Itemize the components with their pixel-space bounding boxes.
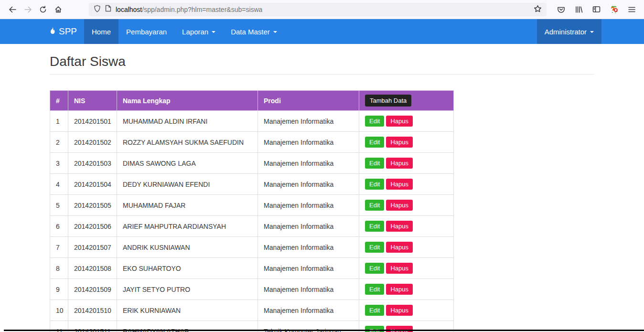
add-data-button[interactable]: Tambah Data (365, 95, 411, 107)
table-row: 9 2014201509 JAYIT SETYO PUTRO Manajemen… (50, 279, 454, 300)
hamburger-icon (628, 6, 636, 13)
cell-no: 5 (50, 195, 68, 216)
reload-button[interactable] (35, 3, 51, 16)
table-row: 1 2014201501 MUHAMMAD ALDIN IRFANI Manaj… (50, 111, 454, 132)
cell-nis: 2014201505 (68, 195, 117, 216)
page-content: Daftar Siswa # NIS Nama Lengkap Prodi Ta… (43, 54, 601, 332)
cell-no: 1 (50, 111, 68, 132)
pocket-icon (557, 6, 565, 13)
delete-button[interactable]: Hapus (386, 200, 413, 211)
edit-button[interactable]: Edit (365, 242, 384, 253)
bottom-edge-bar (4, 330, 644, 331)
cell-nis: 2014201510 (68, 300, 117, 321)
forward-button[interactable] (20, 3, 35, 16)
cell-nama: DEDY KURNIAWAN EFENDI (117, 174, 258, 195)
user-menu-administrator[interactable]: Administrator (537, 19, 601, 44)
table-row: 2 2014201502 ROZZY ALAMSYAH SUKMA SAEFUD… (50, 132, 454, 153)
url-text[interactable]: localhost/spp/admin.php?hlm=master&sub=s… (116, 6, 262, 13)
cell-prodi: Manajemen Informatika (258, 111, 359, 132)
delete-button[interactable]: Hapus (386, 263, 413, 274)
home-button[interactable] (51, 3, 66, 16)
table-row: 3 2014201503 DIMAS SAWONG LAGA Manajemen… (50, 153, 454, 174)
reload-icon (39, 6, 47, 13)
nav-item-laporan[interactable]: Laporan (174, 19, 223, 44)
back-icon (9, 6, 17, 13)
cell-no: 3 (50, 153, 68, 174)
cell-nis: 2014201509 (68, 279, 117, 300)
delete-button[interactable]: Hapus (386, 326, 413, 332)
chevron-down-icon (590, 31, 594, 33)
menu-button[interactable] (624, 3, 639, 16)
library-button[interactable] (571, 3, 586, 16)
extension-icon-button[interactable] (606, 3, 622, 16)
cell-nama: ERIK KURNIAWAN (117, 300, 258, 321)
edit-button[interactable]: Edit (365, 116, 384, 127)
cell-nis: 2014201506 (68, 216, 117, 237)
page-info-icon[interactable] (105, 5, 111, 14)
cell-nama: EKO SUHARTOYO (117, 258, 258, 279)
delete-button[interactable]: Hapus (386, 116, 413, 127)
cell-nis: 2014201501 (68, 111, 117, 132)
back-button[interactable] (5, 3, 20, 16)
cell-nama: DIMAS SAWONG LAGA (117, 153, 258, 174)
delete-button[interactable]: Hapus (386, 221, 413, 232)
delete-button[interactable]: Hapus (386, 242, 413, 253)
sidebar-toggle-button[interactable] (589, 3, 604, 16)
toolbar-right (553, 3, 639, 16)
url-path: /spp/admin.php?hlm=master&sub=siswa (142, 6, 262, 13)
cell-actions: EditHapus (359, 153, 454, 174)
pocket-button[interactable] (553, 3, 569, 16)
user-menu-label: Administrator (545, 28, 587, 36)
cell-actions: EditHapus (359, 258, 454, 279)
title-divider (50, 74, 594, 75)
header-no: # (50, 91, 68, 111)
library-icon (575, 6, 583, 13)
edit-button[interactable]: Edit (365, 137, 384, 148)
delete-button[interactable]: Hapus (386, 158, 413, 169)
header-nis: NIS (68, 91, 117, 111)
cell-nama: MUHAMMAD FAJAR (117, 195, 258, 216)
cell-prodi: Manajemen Informatika (258, 279, 359, 300)
delete-button[interactable]: Hapus (386, 284, 413, 295)
cell-prodi: Manajemen Informatika (258, 195, 359, 216)
edit-button[interactable]: Edit (365, 284, 384, 295)
delete-button[interactable]: Hapus (386, 179, 413, 190)
nav-item-pembayaran[interactable]: Pembayaran (118, 19, 174, 44)
table-row: 6 2014201506 ARIEF MAHPUTRA ARDIANSYAH M… (50, 216, 454, 237)
header-actions: Tambah Data (359, 91, 454, 111)
edit-button[interactable]: Edit (365, 305, 384, 316)
nav-item-label: Laporan (182, 28, 208, 36)
cell-nis: 2014201502 (68, 132, 117, 153)
page-title: Daftar Siswa (50, 54, 594, 69)
delete-button[interactable]: Hapus (386, 305, 413, 316)
nav-item-data-master[interactable]: Data Master (223, 19, 285, 44)
extension-icon (610, 6, 618, 13)
cell-no: 9 (50, 279, 68, 300)
edit-button[interactable]: Edit (365, 158, 384, 169)
bookmark-star-icon[interactable] (534, 5, 542, 14)
delete-button[interactable]: Hapus (386, 137, 413, 148)
sidebar-icon (592, 6, 601, 13)
brand-link[interactable]: SPP (43, 19, 84, 44)
edit-button[interactable]: Edit (365, 179, 384, 190)
edit-button[interactable]: Edit (365, 221, 384, 232)
nav-item-label: Data Master (231, 28, 270, 36)
cell-actions: EditHapus (359, 300, 454, 321)
header-prodi: Prodi (258, 91, 359, 111)
nav-item-label: Home (92, 28, 111, 36)
nav-item-home[interactable]: Home (84, 19, 118, 44)
table-row: 5 2014201505 MUHAMMAD FAJAR Manajemen In… (50, 195, 454, 216)
url-host: localhost (116, 6, 142, 13)
edit-button[interactable]: Edit (365, 200, 384, 211)
edit-button[interactable]: Edit (365, 326, 384, 332)
url-bar[interactable]: localhost/spp/admin.php?hlm=master&sub=s… (89, 3, 547, 16)
shield-icon[interactable] (94, 5, 101, 14)
cell-actions: EditHapus (359, 237, 454, 258)
header-nama: Nama Lengkap (117, 91, 258, 111)
cell-nis: 2014201504 (68, 174, 117, 195)
home-icon (54, 6, 62, 13)
cell-no: 7 (50, 237, 68, 258)
edit-button[interactable]: Edit (365, 263, 384, 274)
cell-prodi: Manajemen Informatika (258, 258, 359, 279)
forward-icon (24, 6, 32, 13)
